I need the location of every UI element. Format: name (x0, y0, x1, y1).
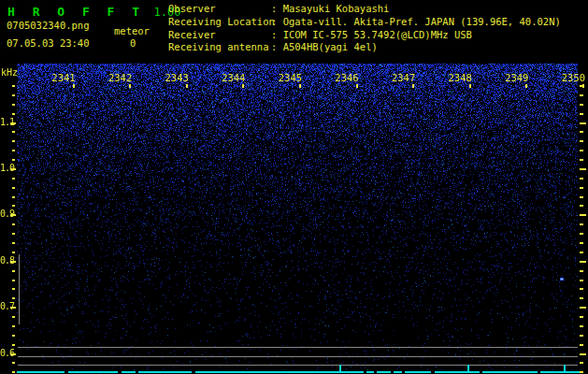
freq-tick-right (580, 214, 586, 216)
hrofft-screen: H R O F F T1.00 0705032340.png meteor 07… (0, 0, 588, 374)
freq-tick-right (580, 196, 583, 198)
freq-tick-left (12, 297, 15, 299)
time-tick-label: 2341 (51, 72, 75, 83)
freq-tick-right (580, 187, 583, 189)
freq-tick-right (580, 140, 583, 142)
freq-tick-left (12, 280, 15, 281)
freq-tick-right (580, 362, 583, 364)
freq-tick-left (10, 168, 16, 170)
freq-tick-right (580, 178, 583, 180)
freq-tick-left (12, 316, 15, 318)
level-scale-bar (19, 254, 20, 324)
freq-tick-left (10, 122, 16, 124)
info-colon: : (271, 41, 283, 52)
time-tick-mark (242, 84, 244, 88)
info-value: Masayuki Kobayashi (283, 3, 390, 14)
freq-tick-left (12, 178, 15, 180)
freq-tick-right (580, 122, 586, 124)
time-tick-label: 2349 (505, 72, 528, 83)
freq-tick-left (12, 335, 15, 337)
freq-tick-right (580, 205, 583, 207)
freq-tick-left (12, 94, 15, 96)
freq-tick-left (12, 150, 15, 151)
freq-axis-unit: kHz (1, 67, 18, 78)
freq-tick-right (580, 150, 583, 151)
station-info-row: Receiving Location: Ogata-vill. Akita-Pr… (168, 15, 561, 28)
time-tick-mark (73, 84, 75, 88)
freq-tick-left (12, 242, 15, 244)
freq-tick-left (12, 131, 15, 133)
freq-tick-right (580, 280, 583, 281)
freq-tick-left (12, 233, 15, 235)
freq-tick-left (12, 288, 15, 290)
freq-tick-left (12, 371, 15, 373)
freq-tick-right (580, 85, 583, 87)
freq-tick-left (12, 325, 15, 327)
level-trace-spike (467, 365, 469, 371)
info-colon: : (271, 16, 283, 27)
title-row: H R O F F T1.00 (7, 2, 181, 20)
info-label: Receiver (168, 29, 271, 41)
time-tick-mark (299, 84, 301, 88)
freq-tick-left (12, 85, 15, 87)
time-tick-label: 2348 (449, 72, 472, 83)
freq-tick-right (580, 335, 583, 337)
freq-tick-left (12, 187, 15, 189)
info-value: Ogata-vill. Akita-Pref. JAPAN (139.96E, … (283, 16, 561, 27)
level-trace-segment (405, 371, 431, 373)
meteor-count: 0 (130, 37, 136, 49)
freq-tick-left (10, 307, 16, 309)
info-label: Receiving Location (168, 16, 271, 28)
time-tick-mark (129, 84, 131, 88)
time-tick-label: 2350 (562, 72, 585, 83)
level-trace-segment (394, 371, 402, 373)
freq-tick-left (10, 214, 16, 216)
freq-tick-left (12, 344, 15, 346)
output-filename: 0705032340.png (7, 20, 90, 31)
info-label: Receiving antenna (168, 41, 271, 53)
freq-tick-left (12, 159, 15, 161)
level-trace-segment (195, 371, 364, 373)
capture-datetime: 07.05.03 23:40 (7, 37, 90, 49)
info-label: Observer (168, 3, 271, 15)
level-trace-spike (339, 365, 341, 371)
level-trace-segment (68, 371, 118, 373)
freq-tick-left (12, 223, 15, 225)
freq-tick-right (580, 325, 583, 327)
spectrogram-noise-canvas (17, 64, 578, 372)
time-tick-label: 2344 (222, 72, 245, 83)
freq-tick-right (580, 168, 586, 170)
station-info-row: Observer: Masayuki Kobayashi (168, 2, 561, 15)
freq-tick-left (10, 261, 16, 263)
freq-tick-right (580, 223, 583, 225)
freq-tick-left (12, 104, 15, 106)
info-colon: : (271, 29, 283, 40)
level-trace-spike (564, 365, 566, 371)
freq-tick-left (12, 362, 15, 364)
freq-tick-left (12, 140, 15, 142)
station-info-row: Receiver: ICOM IC-575 53.7492(@LCD)MHz U… (168, 28, 561, 41)
level-trace-segment (482, 371, 538, 373)
freq-tick-right (580, 94, 583, 96)
station-info: Observer: Masayuki KobayashiReceiving Lo… (168, 2, 561, 53)
time-tick-label: 2347 (392, 72, 415, 83)
level-trace-segment (540, 371, 580, 373)
freq-tick-right (580, 104, 583, 106)
freq-tick-left (12, 113, 15, 115)
freq-tick-right (580, 297, 583, 299)
time-tick-label: 2345 (279, 72, 302, 83)
time-tick-label: 2346 (335, 72, 358, 83)
freq-tick-right (580, 261, 586, 263)
station-info-row: Receiving antenna: A504HB(yagi 4el) (168, 40, 561, 53)
freq-tick-right (580, 113, 583, 115)
info-colon: : (271, 3, 283, 14)
freq-tick-right (580, 371, 583, 373)
freq-tick-right (580, 242, 583, 244)
level-trace-segment (122, 371, 136, 373)
time-tick-mark (356, 84, 358, 88)
freq-tick-right (580, 233, 583, 235)
freq-tick-left (12, 270, 15, 272)
info-value: ICOM IC-575 53.7492(@LCD)MHz USB (283, 29, 472, 40)
level-trace-segment (138, 371, 192, 373)
level-trace-segment (435, 371, 480, 373)
